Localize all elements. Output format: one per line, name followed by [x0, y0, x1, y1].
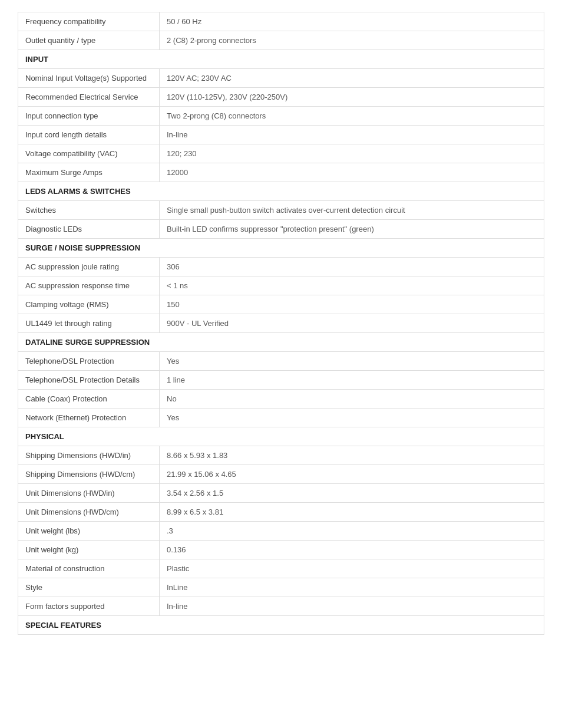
spec-label: Input cord length details [18, 126, 160, 144]
spec-label: Cable (Coax) Protection [18, 390, 160, 409]
spec-value: < 1 ns [160, 276, 544, 295]
spec-value: 50 / 60 Hz [160, 12, 544, 31]
spec-row: Cable (Coax) ProtectionNo [18, 390, 544, 409]
spec-label: Telephone/DSL Protection [18, 352, 160, 371]
spec-row: Material of constructionPlastic [18, 559, 544, 578]
spec-label: Outlet quantity / type [18, 31, 160, 50]
section-label: SURGE / NOISE SUPPRESSION [18, 239, 544, 258]
section-label: DATALINE SURGE SUPPRESSION [18, 333, 544, 352]
spec-label: Material of construction [18, 559, 160, 578]
spec-value: 120V (110-125V), 230V (220-250V) [160, 88, 544, 107]
spec-value: No [160, 390, 544, 409]
spec-value: Yes [160, 352, 544, 371]
spec-row: Form factors supportedIn-line [18, 597, 544, 616]
spec-row: Input connection typeTwo 2-prong (C8) co… [18, 107, 544, 126]
spec-label: Frequency compatibility [18, 12, 160, 31]
spec-value: .3 [160, 522, 544, 541]
spec-value: 120; 230 [160, 144, 544, 163]
spec-label: Telephone/DSL Protection Details [18, 371, 160, 390]
spec-label: Recommended Electrical Service [18, 88, 160, 107]
spec-label: Shipping Dimensions (HWD/in) [18, 446, 160, 465]
spec-label: Clamping voltage (RMS) [18, 295, 160, 314]
spec-label: Input connection type [18, 107, 160, 126]
spec-row: Telephone/DSL Protection Details1 line [18, 371, 544, 390]
spec-label: Network (Ethernet) Protection [18, 409, 160, 427]
spec-row: AC suppression joule rating306 [18, 258, 544, 276]
section-label: PHYSICAL [18, 427, 544, 446]
spec-value: 1 line [160, 371, 544, 390]
spec-row: SwitchesSingle small push-button switch … [18, 201, 544, 220]
section-header: LEDS ALARMS & SWITCHES [18, 182, 544, 201]
spec-row: Shipping Dimensions (HWD/in)8.66 x 5.93 … [18, 446, 544, 465]
spec-row: Outlet quantity / type2 (C8) 2-prong con… [18, 31, 544, 50]
section-header: SPECIAL FEATURES [18, 616, 544, 635]
spec-row: UL1449 let through rating900V - UL Verif… [18, 314, 544, 333]
spec-label: Diagnostic LEDs [18, 220, 160, 239]
spec-value: Plastic [160, 559, 544, 578]
spec-row: Unit Dimensions (HWD/in)3.54 x 2.56 x 1.… [18, 484, 544, 503]
spec-row: Telephone/DSL ProtectionYes [18, 352, 544, 371]
section-label: LEDS ALARMS & SWITCHES [18, 182, 544, 201]
spec-row: AC suppression response time< 1 ns [18, 276, 544, 295]
spec-row: Recommended Electrical Service120V (110-… [18, 88, 544, 107]
spec-row: Unit weight (lbs).3 [18, 522, 544, 541]
spec-value: In-line [160, 126, 544, 144]
spec-label: Switches [18, 201, 160, 220]
spec-row: Input cord length detailsIn-line [18, 126, 544, 144]
spec-value: 900V - UL Verified [160, 314, 544, 333]
spec-value: 8.66 x 5.93 x 1.83 [160, 446, 544, 465]
spec-label: AC suppression joule rating [18, 258, 160, 276]
spec-label: Style [18, 578, 160, 597]
spec-label: UL1449 let through rating [18, 314, 160, 333]
spec-label: Unit weight (kg) [18, 541, 160, 559]
spec-row: Unit weight (kg)0.136 [18, 541, 544, 559]
spec-row: Maximum Surge Amps12000 [18, 163, 544, 182]
spec-row: Voltage compatibility (VAC)120; 230 [18, 144, 544, 163]
spec-label: Unit Dimensions (HWD/in) [18, 484, 160, 503]
spec-label: Nominal Input Voltage(s) Supported [18, 69, 160, 88]
spec-row: Clamping voltage (RMS)150 [18, 295, 544, 314]
section-header: DATALINE SURGE SUPPRESSION [18, 333, 544, 352]
spec-value: Yes [160, 409, 544, 427]
spec-value: 8.99 x 6.5 x 3.81 [160, 503, 544, 522]
spec-value: 120V AC; 230V AC [160, 69, 544, 88]
spec-value: Built-in LED confirms suppressor "protec… [160, 220, 544, 239]
spec-label: Form factors supported [18, 597, 160, 616]
spec-value: 0.136 [160, 541, 544, 559]
spec-value: 12000 [160, 163, 544, 182]
spec-label: Voltage compatibility (VAC) [18, 144, 160, 163]
spec-row: Frequency compatibility50 / 60 Hz [18, 12, 544, 31]
section-header: PHYSICAL [18, 427, 544, 446]
spec-label: AC suppression response time [18, 276, 160, 295]
spec-value: 2 (C8) 2-prong connectors [160, 31, 544, 50]
spec-value: 306 [160, 258, 544, 276]
spec-row: Diagnostic LEDsBuilt-in LED confirms sup… [18, 220, 544, 239]
spec-value: In-line [160, 597, 544, 616]
section-label: INPUT [18, 50, 544, 69]
spec-label: Maximum Surge Amps [18, 163, 160, 182]
spec-value: InLine [160, 578, 544, 597]
spec-row: Nominal Input Voltage(s) Supported120V A… [18, 69, 544, 88]
spec-value: 3.54 x 2.56 x 1.5 [160, 484, 544, 503]
spec-value: 21.99 x 15.06 x 4.65 [160, 465, 544, 484]
spec-row: StyleInLine [18, 578, 544, 597]
spec-row: Shipping Dimensions (HWD/cm)21.99 x 15.0… [18, 465, 544, 484]
spec-label: Shipping Dimensions (HWD/cm) [18, 465, 160, 484]
spec-row: Network (Ethernet) ProtectionYes [18, 409, 544, 427]
spec-table: Frequency compatibility50 / 60 HzOutlet … [18, 12, 544, 635]
spec-label: Unit Dimensions (HWD/cm) [18, 503, 160, 522]
spec-value: 150 [160, 295, 544, 314]
spec-value: Single small push-button switch activate… [160, 201, 544, 220]
section-header: SURGE / NOISE SUPPRESSION [18, 239, 544, 258]
spec-label: Unit weight (lbs) [18, 522, 160, 541]
section-label: SPECIAL FEATURES [18, 616, 544, 635]
spec-row: Unit Dimensions (HWD/cm)8.99 x 6.5 x 3.8… [18, 503, 544, 522]
spec-value: Two 2-prong (C8) connectors [160, 107, 544, 126]
section-header: INPUT [18, 50, 544, 69]
